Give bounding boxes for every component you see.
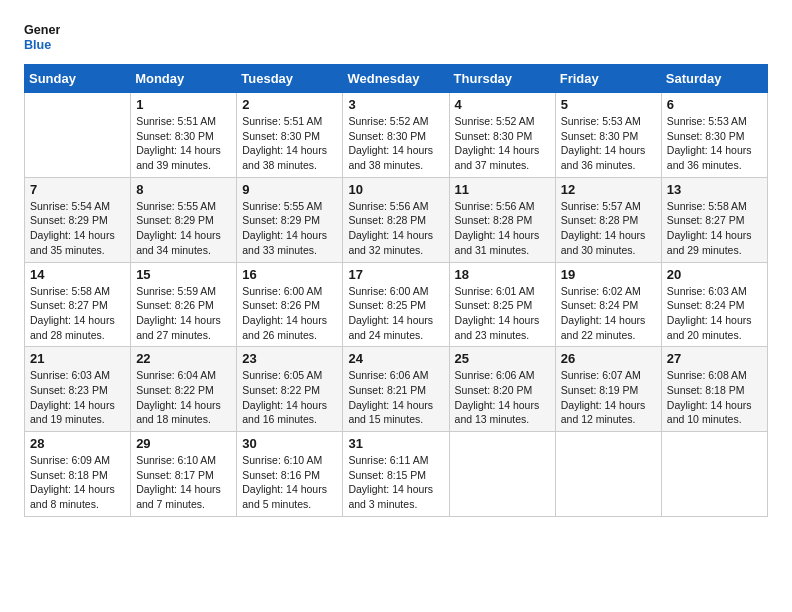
day-number: 6 (667, 97, 762, 112)
day-cell-3: 3Sunrise: 5:52 AM Sunset: 8:30 PM Daylig… (343, 93, 449, 178)
day-header-tuesday: Tuesday (237, 65, 343, 93)
day-number: 16 (242, 267, 337, 282)
day-number: 12 (561, 182, 656, 197)
day-cell-24: 24Sunrise: 6:06 AM Sunset: 8:21 PM Dayli… (343, 347, 449, 432)
day-cell-16: 16Sunrise: 6:00 AM Sunset: 8:26 PM Dayli… (237, 262, 343, 347)
day-number: 13 (667, 182, 762, 197)
week-row-1: 1Sunrise: 5:51 AM Sunset: 8:30 PM Daylig… (25, 93, 768, 178)
day-info: Sunrise: 6:08 AM Sunset: 8:18 PM Dayligh… (667, 368, 762, 427)
empty-cell (555, 432, 661, 517)
day-cell-22: 22Sunrise: 6:04 AM Sunset: 8:22 PM Dayli… (131, 347, 237, 432)
day-info: Sunrise: 6:03 AM Sunset: 8:24 PM Dayligh… (667, 284, 762, 343)
day-info: Sunrise: 6:01 AM Sunset: 8:25 PM Dayligh… (455, 284, 550, 343)
day-info: Sunrise: 5:55 AM Sunset: 8:29 PM Dayligh… (136, 199, 231, 258)
svg-text:General: General (24, 23, 60, 37)
day-number: 24 (348, 351, 443, 366)
day-header-wednesday: Wednesday (343, 65, 449, 93)
week-row-2: 7Sunrise: 5:54 AM Sunset: 8:29 PM Daylig… (25, 177, 768, 262)
day-cell-17: 17Sunrise: 6:00 AM Sunset: 8:25 PM Dayli… (343, 262, 449, 347)
day-number: 19 (561, 267, 656, 282)
day-info: Sunrise: 5:52 AM Sunset: 8:30 PM Dayligh… (455, 114, 550, 173)
day-cell-25: 25Sunrise: 6:06 AM Sunset: 8:20 PM Dayli… (449, 347, 555, 432)
day-number: 29 (136, 436, 231, 451)
logo-icon: General Blue (24, 20, 60, 56)
day-info: Sunrise: 6:03 AM Sunset: 8:23 PM Dayligh… (30, 368, 125, 427)
day-number: 5 (561, 97, 656, 112)
day-number: 17 (348, 267, 443, 282)
day-number: 10 (348, 182, 443, 197)
day-info: Sunrise: 5:53 AM Sunset: 8:30 PM Dayligh… (667, 114, 762, 173)
empty-cell (661, 432, 767, 517)
days-header-row: SundayMondayTuesdayWednesdayThursdayFrid… (25, 65, 768, 93)
day-info: Sunrise: 6:10 AM Sunset: 8:17 PM Dayligh… (136, 453, 231, 512)
day-info: Sunrise: 5:57 AM Sunset: 8:28 PM Dayligh… (561, 199, 656, 258)
day-number: 4 (455, 97, 550, 112)
day-number: 28 (30, 436, 125, 451)
day-cell-15: 15Sunrise: 5:59 AM Sunset: 8:26 PM Dayli… (131, 262, 237, 347)
day-cell-7: 7Sunrise: 5:54 AM Sunset: 8:29 PM Daylig… (25, 177, 131, 262)
svg-text:Blue: Blue (24, 38, 51, 52)
day-header-saturday: Saturday (661, 65, 767, 93)
day-number: 3 (348, 97, 443, 112)
day-info: Sunrise: 6:06 AM Sunset: 8:20 PM Dayligh… (455, 368, 550, 427)
day-cell-10: 10Sunrise: 5:56 AM Sunset: 8:28 PM Dayli… (343, 177, 449, 262)
day-info: Sunrise: 6:11 AM Sunset: 8:15 PM Dayligh… (348, 453, 443, 512)
logo: General Blue (24, 20, 60, 56)
day-info: Sunrise: 6:00 AM Sunset: 8:25 PM Dayligh… (348, 284, 443, 343)
day-number: 2 (242, 97, 337, 112)
day-number: 31 (348, 436, 443, 451)
day-cell-29: 29Sunrise: 6:10 AM Sunset: 8:17 PM Dayli… (131, 432, 237, 517)
empty-cell (449, 432, 555, 517)
day-number: 14 (30, 267, 125, 282)
day-number: 9 (242, 182, 337, 197)
day-header-sunday: Sunday (25, 65, 131, 93)
day-cell-20: 20Sunrise: 6:03 AM Sunset: 8:24 PM Dayli… (661, 262, 767, 347)
day-info: Sunrise: 5:51 AM Sunset: 8:30 PM Dayligh… (242, 114, 337, 173)
day-cell-5: 5Sunrise: 5:53 AM Sunset: 8:30 PM Daylig… (555, 93, 661, 178)
day-cell-18: 18Sunrise: 6:01 AM Sunset: 8:25 PM Dayli… (449, 262, 555, 347)
day-cell-27: 27Sunrise: 6:08 AM Sunset: 8:18 PM Dayli… (661, 347, 767, 432)
day-info: Sunrise: 6:09 AM Sunset: 8:18 PM Dayligh… (30, 453, 125, 512)
calendar-table: SundayMondayTuesdayWednesdayThursdayFrid… (24, 64, 768, 517)
day-number: 30 (242, 436, 337, 451)
day-info: Sunrise: 5:54 AM Sunset: 8:29 PM Dayligh… (30, 199, 125, 258)
day-info: Sunrise: 6:04 AM Sunset: 8:22 PM Dayligh… (136, 368, 231, 427)
day-cell-4: 4Sunrise: 5:52 AM Sunset: 8:30 PM Daylig… (449, 93, 555, 178)
day-cell-26: 26Sunrise: 6:07 AM Sunset: 8:19 PM Dayli… (555, 347, 661, 432)
day-info: Sunrise: 6:02 AM Sunset: 8:24 PM Dayligh… (561, 284, 656, 343)
day-cell-30: 30Sunrise: 6:10 AM Sunset: 8:16 PM Dayli… (237, 432, 343, 517)
week-row-3: 14Sunrise: 5:58 AM Sunset: 8:27 PM Dayli… (25, 262, 768, 347)
day-info: Sunrise: 5:56 AM Sunset: 8:28 PM Dayligh… (455, 199, 550, 258)
day-number: 18 (455, 267, 550, 282)
page-header: General Blue (24, 20, 768, 56)
day-number: 22 (136, 351, 231, 366)
day-cell-14: 14Sunrise: 5:58 AM Sunset: 8:27 PM Dayli… (25, 262, 131, 347)
day-info: Sunrise: 5:52 AM Sunset: 8:30 PM Dayligh… (348, 114, 443, 173)
day-header-monday: Monday (131, 65, 237, 93)
day-number: 23 (242, 351, 337, 366)
day-cell-8: 8Sunrise: 5:55 AM Sunset: 8:29 PM Daylig… (131, 177, 237, 262)
day-cell-1: 1Sunrise: 5:51 AM Sunset: 8:30 PM Daylig… (131, 93, 237, 178)
day-header-friday: Friday (555, 65, 661, 93)
day-number: 1 (136, 97, 231, 112)
day-info: Sunrise: 6:10 AM Sunset: 8:16 PM Dayligh… (242, 453, 337, 512)
day-header-thursday: Thursday (449, 65, 555, 93)
day-info: Sunrise: 5:58 AM Sunset: 8:27 PM Dayligh… (667, 199, 762, 258)
day-cell-12: 12Sunrise: 5:57 AM Sunset: 8:28 PM Dayli… (555, 177, 661, 262)
week-row-4: 21Sunrise: 6:03 AM Sunset: 8:23 PM Dayli… (25, 347, 768, 432)
week-row-5: 28Sunrise: 6:09 AM Sunset: 8:18 PM Dayli… (25, 432, 768, 517)
day-number: 8 (136, 182, 231, 197)
day-info: Sunrise: 5:59 AM Sunset: 8:26 PM Dayligh… (136, 284, 231, 343)
day-info: Sunrise: 5:58 AM Sunset: 8:27 PM Dayligh… (30, 284, 125, 343)
day-info: Sunrise: 6:00 AM Sunset: 8:26 PM Dayligh… (242, 284, 337, 343)
day-cell-9: 9Sunrise: 5:55 AM Sunset: 8:29 PM Daylig… (237, 177, 343, 262)
day-number: 11 (455, 182, 550, 197)
day-info: Sunrise: 5:53 AM Sunset: 8:30 PM Dayligh… (561, 114, 656, 173)
day-number: 15 (136, 267, 231, 282)
day-info: Sunrise: 5:51 AM Sunset: 8:30 PM Dayligh… (136, 114, 231, 173)
day-cell-19: 19Sunrise: 6:02 AM Sunset: 8:24 PM Dayli… (555, 262, 661, 347)
day-number: 20 (667, 267, 762, 282)
day-cell-28: 28Sunrise: 6:09 AM Sunset: 8:18 PM Dayli… (25, 432, 131, 517)
day-cell-11: 11Sunrise: 5:56 AM Sunset: 8:28 PM Dayli… (449, 177, 555, 262)
day-info: Sunrise: 6:06 AM Sunset: 8:21 PM Dayligh… (348, 368, 443, 427)
